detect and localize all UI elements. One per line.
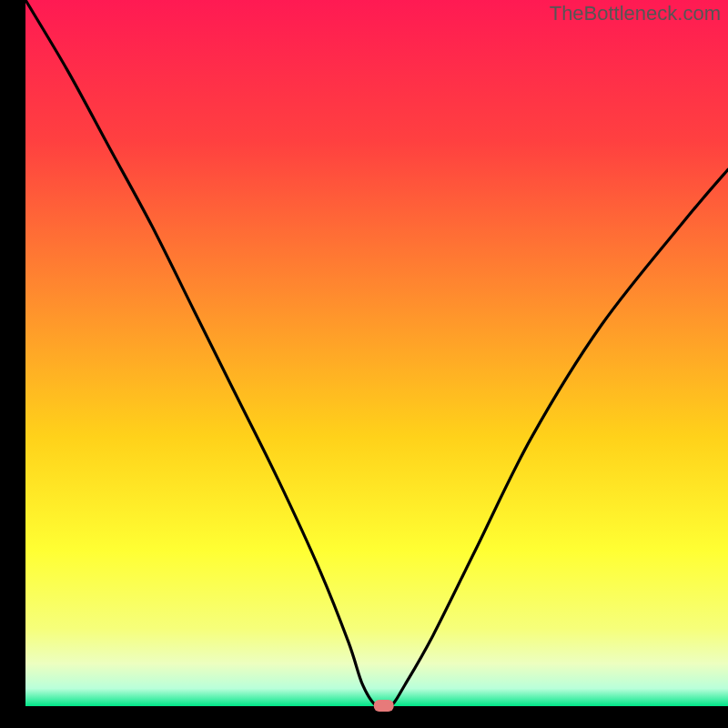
chart-svg (0, 0, 728, 728)
watermark-text: TheBottleneck.com (550, 2, 721, 25)
optimum-marker (374, 700, 394, 712)
bottleneck-chart: TheBottleneck.com (0, 0, 728, 728)
plot-background (25, 0, 728, 706)
